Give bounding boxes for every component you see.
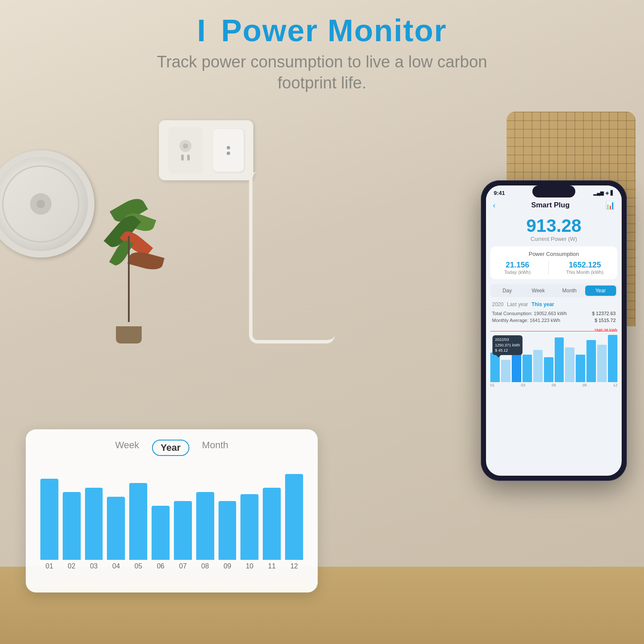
chart-bar-group-10: 10: [240, 494, 258, 570]
label-09: 09: [582, 383, 586, 387]
time-tab-week[interactable]: Week: [523, 286, 554, 296]
mini-bar-11: [608, 335, 617, 382]
chart-bar-12: [285, 474, 303, 560]
power-unit: Current Power (W): [486, 236, 622, 242]
chart-bar-label-09: 09: [224, 562, 231, 570]
mini-bar-3: [522, 355, 532, 382]
chart-bar-label-04: 04: [112, 562, 120, 570]
month-consumption: 1652.125 This Month (kWh): [566, 261, 604, 275]
chart-bar-group-11: 11: [263, 488, 281, 570]
chart-bar-group-02: 02: [63, 492, 81, 570]
subtitle-line2: footprint life.: [278, 74, 367, 92]
chart-button[interactable]: 📊: [605, 200, 615, 210]
year-last[interactable]: Last year: [507, 301, 528, 307]
total-value: $ 12372.63: [592, 311, 616, 316]
chart-bar-group-09: 09: [219, 501, 237, 570]
chart-bar-label-11: 11: [268, 562, 276, 570]
cons-divider: [548, 261, 549, 275]
total-label: Total Consumption: 19052.663 kWh: [492, 311, 567, 316]
time-tab-month[interactable]: Month: [554, 286, 585, 296]
label-06: 06: [552, 383, 556, 387]
phone-chart-area: 1845.38 kWh 2022/03 1250.371 kWh $ 45.12…: [486, 325, 622, 476]
page-header: I Power Monitor Track power consumption …: [0, 13, 644, 94]
chart-bar-group-04: 04: [107, 497, 125, 570]
mini-bar-5: [544, 357, 553, 382]
status-icons: ▂▄▆ ◈ ▋: [593, 190, 614, 196]
tab-month[interactable]: Month: [202, 440, 228, 456]
wall-outlet: [159, 120, 253, 180]
chart-bar-label-01: 01: [46, 562, 53, 570]
chart-bar-label-10: 10: [246, 562, 253, 570]
month-label: This Month (kWh): [566, 270, 604, 275]
signal-icon: ▂▄▆: [593, 190, 604, 196]
battery-icon: ▋: [611, 190, 614, 196]
label-03: 03: [521, 383, 525, 387]
tab-year[interactable]: Year: [152, 440, 189, 456]
mini-bar-9: [586, 340, 596, 382]
avg-value: $ 1515.72: [595, 318, 616, 323]
chart-bar-label-05: 05: [134, 562, 142, 570]
chart-bar-02: [63, 492, 81, 560]
chart-bar-group-08: 08: [196, 492, 214, 570]
back-button[interactable]: ‹: [493, 201, 495, 210]
chart-bar-label-12: 12: [290, 562, 298, 570]
year-nav: 2020 Last year This year: [486, 300, 622, 309]
chart-bar-group-06: 06: [152, 506, 170, 570]
chart-bar-label-02: 02: [68, 562, 76, 570]
chart-bar-group-07: 07: [174, 501, 192, 570]
chart-bar-04: [107, 497, 125, 560]
year-2020[interactable]: 2020: [492, 301, 504, 307]
power-number: 913.28: [486, 217, 622, 235]
chart-bar-label-08: 08: [201, 562, 209, 570]
mini-bar-1: [501, 360, 510, 382]
year-this[interactable]: This year: [532, 301, 554, 307]
subtitle-line1: Track power consumption to live a low ca…: [157, 53, 487, 71]
stats-section: Total Consumption: 19052.663 kWh $ 12372…: [486, 309, 622, 325]
chart-card: Week Year Month 010203040506070809101112: [26, 429, 318, 592]
chart-bar-label-06: 06: [157, 562, 164, 570]
phone-mockup: 9:41 ▂▄▆ ◈ ▋ ‹ Smart Plug 📊 913.28 Curre…: [481, 180, 627, 481]
tooltip-kwh: 1250.371 kWh: [495, 343, 520, 348]
tooltip-date: 2022/03: [495, 337, 520, 343]
tab-week[interactable]: Week: [115, 440, 139, 456]
consumption-values: 21.156 Today (kWh) 1652.125 This Month (…: [495, 261, 612, 275]
avg-stat-row: Monthly Average: 1641.223 kWh $ 1515.72: [492, 317, 616, 324]
app-title: Smart Plug: [531, 201, 570, 210]
chart-bar-group-01: 01: [40, 479, 58, 570]
status-time: 9:41: [494, 190, 505, 196]
mini-bar-10: [597, 345, 607, 382]
phone-header: ‹ Smart Plug 📊: [486, 198, 622, 213]
chart-x-labels: 01 03 06 09 12: [490, 382, 617, 388]
phone-screen: 9:41 ▂▄▆ ◈ ▋ ‹ Smart Plug 📊 913.28 Curre…: [486, 185, 622, 476]
chart-bar-label-07: 07: [179, 562, 187, 570]
label-01: 01: [490, 383, 495, 387]
chart-bar-label-03: 03: [90, 562, 98, 570]
today-consumption: 21.156 Today (kWh): [504, 261, 531, 275]
consumption-section: Power Consumption 21.156 Today (kWh) 165…: [490, 246, 617, 279]
title-bar: I: [197, 13, 207, 48]
chart-bar-08: [196, 492, 214, 560]
chart-bar-10: [240, 494, 258, 560]
wifi-icon: ◈: [605, 190, 609, 196]
chart-bar-group-05: 05: [129, 483, 147, 570]
mini-bar-7: [565, 347, 574, 382]
chart-bar-group-12: 12: [285, 474, 303, 570]
chart-bars: 010203040506070809101112: [39, 463, 305, 570]
plant-decoration: [86, 180, 172, 343]
chart-bar-07: [174, 501, 192, 560]
total-stat-row: Total Consumption: 19052.663 kWh $ 12372…: [492, 310, 616, 317]
phone-notch: [532, 185, 575, 197]
title-main: Power Monitor: [221, 13, 447, 48]
cable-decoration: [249, 172, 335, 343]
page-subtitle: Track power consumption to live a low ca…: [0, 52, 644, 94]
avg-label: Monthly Average: 1641.223 kWh: [492, 318, 560, 323]
month-value: 1652.125: [566, 261, 604, 270]
chart-bar-11: [263, 488, 281, 560]
page-title: I Power Monitor: [0, 13, 644, 48]
chart-bar-01: [40, 479, 58, 560]
time-tab-year[interactable]: Year: [585, 286, 617, 296]
time-tab-day[interactable]: Day: [492, 286, 523, 296]
label-12: 12: [613, 383, 617, 387]
chart-tooltip: 2022/03 1250.371 kWh $ 45.12: [492, 335, 522, 355]
time-tabs: Day Week Month Year: [490, 284, 617, 297]
